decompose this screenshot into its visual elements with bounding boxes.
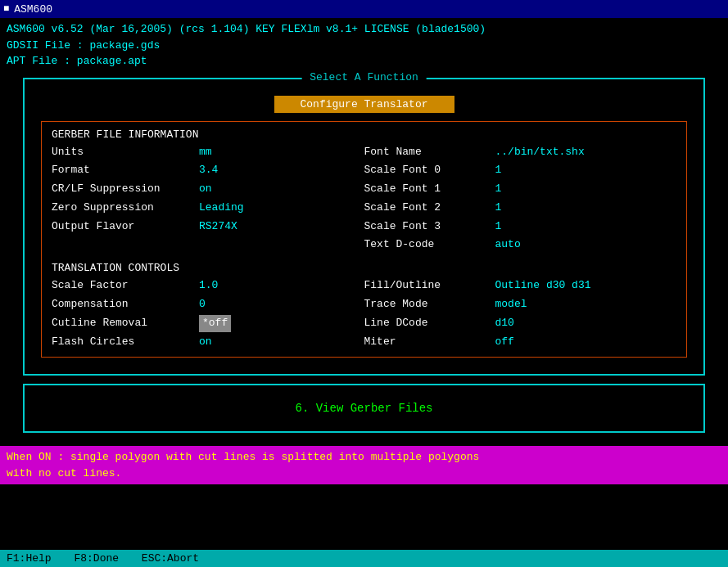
config-row: Trace Modemodel — [364, 296, 677, 313]
gdsii-label: GDSII File : — [7, 39, 89, 52]
config-value: 1 — [495, 200, 502, 217]
config-value: 3.4 — [199, 162, 218, 179]
config-row: Format3.4 — [52, 162, 364, 179]
config-row: Font Name../bin/txt.shx — [364, 144, 677, 161]
config-panel: GERBER FILE INFORMATION UnitsmmFormat3.4… — [41, 121, 687, 358]
config-label: Fill/Outline — [364, 277, 495, 295]
config-value: *off — [199, 315, 231, 332]
info-line2: with no cut lines. — [7, 466, 721, 482]
title-text: ASM600 — [14, 3, 52, 16]
config-label: Scale Font 2 — [364, 200, 495, 217]
config-row: Scale Font 21 — [364, 200, 677, 217]
config-row: Scale Factor1.0 — [52, 277, 364, 295]
config-value: 1 — [495, 218, 502, 236]
config-label: Scale Font 3 — [364, 218, 495, 236]
key-f1[interactable]: F1:Help — [7, 552, 52, 565]
config-label: Compensation — [52, 296, 199, 313]
config-value: ../bin/txt.shx — [495, 144, 585, 161]
view-gerber-box[interactable]: 6. View Gerber Files — [23, 384, 705, 433]
gerber-right-col: Font Name../bin/txt.shxScale Font 01Scal… — [364, 144, 677, 254]
config-label: Text D-code — [364, 236, 495, 254]
config-value: 1 — [495, 181, 502, 198]
config-label: Zero Suppression — [52, 200, 199, 217]
config-value: on — [199, 181, 212, 198]
config-row: Fill/OutlineOutline d30 d31 — [364, 277, 677, 295]
config-value: on — [199, 334, 212, 351]
app-icon: ■ — [3, 3, 9, 15]
header-apt: APT File : package.apt — [7, 53, 721, 70]
config-value: Leading — [199, 200, 244, 217]
apt-value: package.apt — [77, 55, 147, 67]
config-value: 1 — [495, 162, 502, 179]
title-bar: ■ ASM600 — [0, 0, 728, 18]
config-row: Scale Font 01 — [364, 162, 677, 179]
config-label: Units — [52, 144, 199, 161]
config-value: auto — [495, 236, 521, 254]
apt-label: APT File : — [7, 55, 77, 67]
config-value: off — [495, 334, 514, 351]
config-row: Compensation0 — [52, 296, 364, 313]
config-row: Flash Circleson — [52, 334, 364, 351]
config-row: Zero SuppressionLeading — [52, 200, 364, 217]
bottom-bar: F1:Help F8:Done ESC:Abort — [0, 550, 728, 567]
configure-translator-button[interactable]: Configure Translator — [274, 96, 454, 113]
config-value: d10 — [495, 315, 514, 332]
info-line1: When ON : single polygon with cut lines … — [7, 449, 721, 466]
config-row: Miteroff — [364, 334, 677, 351]
config-label: Format — [52, 162, 199, 179]
info-bar: When ON : single polygon with cut lines … — [0, 446, 728, 484]
translation-left-col: Scale Factor1.0Compensation0Cutline Remo… — [52, 277, 364, 350]
config-label: CR/LF Suppression — [52, 181, 199, 198]
config-row: Text D-codeauto — [364, 236, 677, 254]
config-value: mm — [199, 144, 212, 161]
config-row: Output FlavorRS274X — [52, 218, 364, 236]
config-row: Cutline Removal*off — [52, 315, 364, 332]
config-value: RS274X — [199, 218, 237, 236]
view-gerber-text[interactable]: 6. View Gerber Files — [295, 402, 432, 415]
gdsii-value: package.gds — [89, 39, 160, 52]
config-value: model — [495, 296, 527, 313]
key-esc[interactable]: ESC:Abort — [142, 552, 199, 565]
config-label: Scale Font 0 — [364, 162, 495, 179]
config-label: Scale Factor — [52, 277, 199, 295]
header-gdsii: GDSII File : package.gds — [7, 38, 721, 54]
config-row: Line DCoded10 — [364, 315, 677, 332]
select-function-box: Select A Function Configure Translator G… — [23, 78, 705, 376]
config-row: Scale Font 11 — [364, 181, 677, 198]
gerber-left-col: UnitsmmFormat3.4CR/LF SuppressiononZero … — [52, 144, 364, 254]
config-label: Trace Mode — [364, 296, 495, 313]
config-label: Line DCode — [364, 315, 495, 332]
config-label: Cutline Removal — [52, 315, 199, 332]
config-label: Flash Circles — [52, 334, 199, 351]
translation-right-col: Fill/OutlineOutline d30 d31Trace Modemod… — [364, 277, 677, 350]
translation-section-title: TRANSLATION CONTROLS — [52, 262, 676, 274]
config-label: Miter — [364, 334, 495, 351]
header-line1: ASM600 v6.52 (Mar 16,2005) (rcs 1.104) K… — [7, 21, 721, 38]
config-row: Unitsmm — [52, 144, 364, 161]
config-row: Scale Font 31 — [364, 218, 677, 236]
gerber-section-title: GERBER FILE INFORMATION — [52, 128, 676, 141]
translation-config-grid: Scale Factor1.0Compensation0Cutline Remo… — [52, 277, 676, 350]
config-value: 1.0 — [199, 277, 218, 295]
config-value: 0 — [199, 296, 206, 313]
main-area: ASM600 v6.52 (Mar 16,2005) (rcs 1.104) K… — [0, 18, 728, 443]
key-f8[interactable]: F8:Done — [74, 552, 119, 565]
gerber-config-grid: UnitsmmFormat3.4CR/LF SuppressiononZero … — [52, 144, 676, 254]
config-label: Output Flavor — [52, 218, 199, 236]
config-label: Scale Font 1 — [364, 181, 495, 198]
config-label: Font Name — [364, 144, 495, 161]
config-row: CR/LF Suppressionon — [52, 181, 364, 198]
config-value: Outline d30 d31 — [495, 277, 591, 295]
select-function-label: Select A Function — [301, 71, 427, 83]
